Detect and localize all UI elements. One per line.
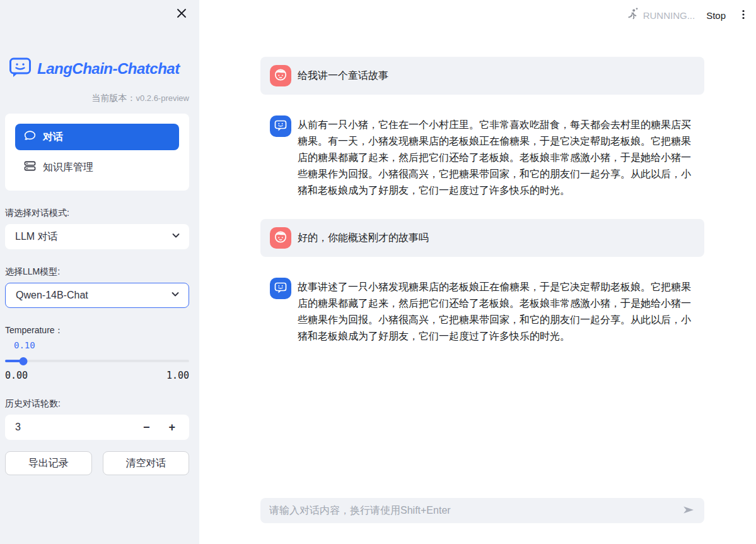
temperature-label: Temperature： [5,325,189,336]
nav-menu-card: 对话 知识库管理 [5,114,189,191]
assistant-avatar [270,278,291,299]
sidebar-item-label: 知识库管理 [43,161,93,174]
sidebar-item-label: 对话 [43,131,63,144]
main-area: RUNNING... Stop [199,0,756,544]
app-logo: LangChain-Chatchat [5,57,189,81]
three-dots-icon [738,13,748,22]
temperature-slider[interactable] [5,357,189,365]
user-message: 给我讲一个童话故事 [260,57,704,95]
status-text: RUNNING... [643,10,695,21]
llm-model-value: Qwen-14B-Chat [16,290,88,301]
version-info: 当前版本：v0.2.6-preview [5,92,189,104]
chevron-down-icon [170,289,180,302]
decrement-button[interactable]: − [141,422,153,433]
temperature-value: 0.10 [5,340,189,350]
close-icon [176,11,187,21]
send-button[interactable] [679,501,698,520]
clear-dialogue-button[interactable]: 清空对话 [103,451,190,475]
message-text: 给我讲一个童话故事 [298,68,388,84]
slider-max: 1.00 [166,370,189,381]
assistant-bubble-icon [272,279,289,298]
slider-range: 0.00 1.00 [5,370,189,381]
version-label: 当前版本： [91,93,136,103]
chat-bubble-icon [24,130,36,144]
sidebar: LangChain-Chatchat 当前版本：v0.2.6-preview 对… [0,0,199,544]
user-message: 好的，你能概述刚才的故事吗 [260,219,704,257]
user-face-icon [272,228,289,247]
chatchat-logo-icon [9,57,32,81]
sidebar-item-dialogue[interactable]: 对话 [15,124,179,150]
assistant-message: 从前有一只小猪，它住在一个小村庄里。它非常喜欢吃甜食，每天都会去村里的糖果店买糖… [260,107,704,206]
message-text: 好的，你能概述刚才的故事吗 [298,230,429,246]
export-records-button[interactable]: 导出记录 [5,451,92,475]
message-text: 故事讲述了一只小猪发现糖果店的老板娘正在偷糖果，于是它决定帮助老板娘。它把糖果店… [298,278,695,345]
sidebar-item-knowledge-base[interactable]: 知识库管理 [15,154,179,180]
user-avatar [270,227,291,249]
dialog-mode-select[interactable]: LLM 对话 [5,224,189,249]
slider-min: 0.00 [5,370,28,381]
running-status: RUNNING... [626,8,695,23]
sidebar-close-button[interactable] [174,6,189,21]
assistant-message: 故事讲述了一只小猪发现糖果店的老板娘正在偷糖果，于是它决定帮助老板娘。它把糖果店… [260,269,704,352]
history-rounds-stepper: − + [5,415,189,440]
sidebar-actions: 导出记录 清空对话 [5,451,189,475]
overflow-menu-button[interactable] [737,8,750,23]
increment-button[interactable]: + [166,422,178,433]
user-face-icon [272,66,289,85]
slider-track[interactable] [5,360,189,362]
send-arrow-icon [682,504,695,518]
history-rounds-label: 历史对话轮数: [5,398,189,410]
app-title: LangChain-Chatchat [37,60,180,78]
llm-model-select[interactable]: Qwen-14B-Chat [5,283,189,308]
app-header: RUNNING... Stop [620,0,756,30]
assistant-avatar [270,115,291,137]
version-value: v0.2.6-preview [136,93,189,103]
chat-history: 给我讲一个童话故事 从前有一只小猪，它住在一个小村庄里。它非常喜欢吃甜食，每天都… [260,57,704,365]
chat-input[interactable] [269,505,679,516]
chevron-down-icon [171,230,181,243]
dialog-mode-value: LLM 对话 [15,230,58,244]
stop-button[interactable]: Stop [706,10,726,21]
llm-model-label: 选择LLM模型: [5,266,189,278]
message-text: 从前有一只小猪，它住在一个小村庄里。它非常喜欢吃甜食，每天都会去村里的糖果店买糖… [298,115,695,199]
chat-input-bar [260,498,704,523]
slider-thumb[interactable] [20,357,28,365]
assistant-bubble-icon [272,117,289,136]
database-stack-icon [24,160,36,174]
dialog-mode-label: 请选择对话模式: [5,208,189,219]
history-rounds-input[interactable] [15,422,141,433]
user-avatar [270,65,291,86]
running-man-icon [626,8,639,23]
